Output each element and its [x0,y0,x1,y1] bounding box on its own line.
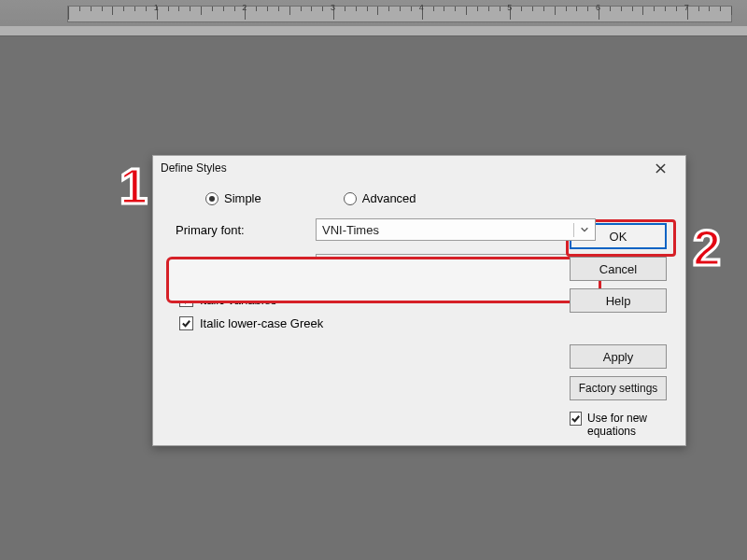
primary-font-label: Primary font: [176,223,306,237]
radio-simple-label: Simple [224,191,261,205]
dialog-body: Simple Advanced Primary font: VNI-Times … [153,180,685,347]
button-column: OK Cancel Help Apply Factory settings Us… [570,223,672,438]
cancel-button-label: Cancel [599,262,637,276]
annotation-callout-2: 2 [693,218,721,276]
close-icon [655,163,666,174]
mode-radio-row: Simple Advanced [205,191,670,205]
primary-font-combo[interactable]: VNI-Times [316,218,596,241]
ok-button-label: OK [610,230,627,244]
cancel-button[interactable]: Cancel [570,257,667,281]
chevron-down-icon [573,223,589,237]
dialog-titlebar: Define Styles [153,156,685,180]
highlight-primary-font [166,257,601,303]
define-styles-dialog: Define Styles Simple Advanced Primary fo… [152,155,686,446]
help-button-label: Help [606,294,631,308]
primary-font-value: VNI-Times [322,223,379,237]
check-italic-lower-greek-label: Italic lower-case Greek [200,316,323,330]
dialog-title: Define Styles [161,156,227,180]
radio-simple[interactable]: Simple [205,191,261,205]
button-spacer [570,320,672,337]
factory-settings-button[interactable]: Factory settings [570,376,667,400]
radio-advanced[interactable]: Advanced [344,191,416,205]
help-button[interactable]: Help [570,288,667,313]
radio-advanced-label: Advanced [362,191,416,205]
radio-icon [344,192,357,205]
check-use-for-new[interactable]: Use for new equations [570,412,672,438]
radio-icon [205,192,218,205]
use-for-new-label: Use for new equations [587,412,672,438]
factory-button-label: Factory settings [579,382,658,395]
apply-button[interactable]: Apply [570,344,667,369]
annotation-callout-1: 1 [120,157,148,215]
checkbox-icon [179,316,193,330]
close-button[interactable] [642,157,678,179]
apply-button-label: Apply [603,350,634,364]
checkbox-icon [570,412,582,426]
